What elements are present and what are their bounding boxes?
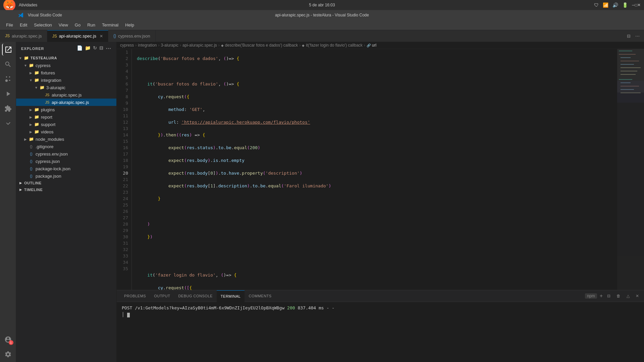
node-modules-folder[interactable]: ▶ 📁 node_modules xyxy=(16,135,116,143)
new-file-button[interactable]: 📄 xyxy=(77,45,83,52)
close-panel-button[interactable]: ✕ xyxy=(634,293,641,299)
tab-api-alurapic[interactable]: JS api-alurapic.spec.js ✕ xyxy=(47,30,108,42)
panel-tabs-right: npm + ⊟ 🗑 △ ✕ xyxy=(585,293,641,299)
maximize-panel-button[interactable]: △ xyxy=(625,293,631,299)
workspace-root[interactable]: ▼ 📁 TESTEALURA xyxy=(16,54,116,62)
timeline-label: TIMELINE xyxy=(24,188,43,192)
terminal-label: npm xyxy=(585,293,597,299)
ln-24: 24 xyxy=(118,195,128,202)
plugins-folder[interactable]: ▶ 📁 plugins xyxy=(16,106,116,113)
kill-terminal-button[interactable]: 🗑 xyxy=(615,293,622,299)
testing-icon[interactable] xyxy=(2,117,14,129)
tab-cypress-env[interactable]: {} cypress.env.json xyxy=(108,30,156,42)
code-line-12: } xyxy=(137,195,617,202)
ln-5: 5 xyxy=(118,74,128,81)
bc-cypress[interactable]: cypress xyxy=(120,43,134,48)
videos-folder[interactable]: ▶ 📁 videos xyxy=(16,128,116,135)
bc-file[interactable]: api-alurapic.spec.js xyxy=(182,43,217,48)
fixtures-arrow: ▶ xyxy=(28,71,34,75)
ln-17: 17 xyxy=(118,151,128,157)
code-content[interactable]: describe('Buscar fotos e dados', ()=> { … xyxy=(132,49,617,290)
run-debug-icon[interactable] xyxy=(2,88,14,100)
menu-file[interactable]: File xyxy=(3,22,16,28)
tab-icon-json: {} xyxy=(113,34,116,38)
panel-tab-debug-console[interactable]: DEBUG CONSOLE xyxy=(174,290,216,302)
bc-integration[interactable]: integration xyxy=(138,43,157,48)
menu-selection[interactable]: Selection xyxy=(31,22,54,28)
more-actions-explorer-button[interactable]: ⋯ xyxy=(106,45,111,52)
activities-label[interactable]: Atividades xyxy=(19,3,37,7)
bc-describe[interactable]: describe('Buscar fotos e dados') callbac… xyxy=(225,43,298,48)
package-lock-item[interactable]: {} package-lock.json xyxy=(16,165,116,172)
menu-help[interactable]: Help xyxy=(122,22,137,28)
maximize-button[interactable]: □ xyxy=(635,3,637,7)
bc-3-alurapic[interactable]: 3-alurapic xyxy=(161,43,178,48)
cypress-env-icon: {} xyxy=(28,152,34,156)
terminal-content[interactable]: POST /v1:GetModels?key=AIzaSyB0ti4mM-6x9… xyxy=(117,302,644,362)
source-control-icon[interactable] xyxy=(2,73,14,85)
titlebar-right: 🛡 📶 🔊 🔋 ─ □ ✕ xyxy=(594,2,641,8)
minimize-button[interactable]: ─ xyxy=(632,3,635,7)
package-json-label: package.json xyxy=(36,174,61,179)
vscode-appname: Visual Studio Code xyxy=(18,12,62,18)
menu-view[interactable]: View xyxy=(56,22,71,28)
api-alurapic-file-item[interactable]: JS api-alurapic.spec.js xyxy=(16,99,116,106)
collapse-all-button[interactable]: ⊟ xyxy=(99,45,104,52)
menu-go[interactable]: Go xyxy=(72,22,83,28)
cypress-folder[interactable]: ▼ 📁 cypress xyxy=(16,62,116,69)
new-folder-button[interactable]: 📁 xyxy=(85,45,91,52)
refresh-button[interactable]: ↻ xyxy=(93,45,97,52)
ln-22: 22 xyxy=(118,183,128,189)
tab-close-button[interactable]: ✕ xyxy=(100,34,103,39)
cypress-env-file-item[interactable]: {} cypress.env.json xyxy=(16,150,116,158)
panel-tab-terminal[interactable]: TERMINAL xyxy=(217,290,245,302)
fixtures-icon: 📁 xyxy=(34,70,40,75)
menu-terminal[interactable]: Terminal xyxy=(99,22,121,28)
plugins-icon: 📁 xyxy=(34,107,40,112)
fixtures-folder[interactable]: ▶ 📁 fixtures xyxy=(16,69,116,76)
ln-12: 12 xyxy=(118,119,128,125)
timeline-section-header[interactable]: ▶ TIMELINE xyxy=(16,186,116,193)
cypress-json-item[interactable]: {} cypress.json xyxy=(16,158,116,165)
code-line-11: expect(res.body[1].description).to.be.eq… xyxy=(137,183,617,189)
close-button[interactable]: ✕ xyxy=(637,3,641,7)
menu-edit[interactable]: Edit xyxy=(17,22,30,28)
explorer-panel: Explorer 📄 📁 ↻ ⊟ ⋯ ▼ 📁 TESTEALURA ▼ 📁 cy… xyxy=(16,42,117,362)
terminal-cursor xyxy=(127,313,130,317)
minimap-preview xyxy=(617,49,644,250)
videos-label: videos xyxy=(41,129,54,134)
firefox-icon[interactable]: 🦊 xyxy=(3,0,15,11)
bc-url[interactable]: url xyxy=(372,43,376,48)
menu-run[interactable]: Run xyxy=(85,22,98,28)
support-folder[interactable]: ▶ 📁 support xyxy=(16,121,116,128)
explorer-icon[interactable] xyxy=(2,44,14,56)
tab-alurapic-label: alurapic.spec.js xyxy=(12,34,42,39)
3-alurapic-folder[interactable]: ▼ 📁 3-alurapic xyxy=(16,84,116,91)
panel-tab-comments[interactable]: COMMENTS xyxy=(245,290,275,302)
panel-tab-output[interactable]: OUTPUT xyxy=(150,290,174,302)
alurapic-file-item[interactable]: JS alurapic.spec.js xyxy=(16,91,116,99)
ln-2: 2 xyxy=(118,55,128,62)
bc-it[interactable]: it('fazer login do flavio') callback xyxy=(306,43,363,48)
ln-30: 30 xyxy=(118,234,128,240)
more-actions-button[interactable]: ⋯ xyxy=(634,33,641,39)
api-alurapic-file-label: api-alurapic.spec.js xyxy=(52,100,89,105)
panel-tab-problems[interactable]: PROBLEMS xyxy=(120,290,150,302)
tab-alurapic[interactable]: JS alurapic.spec.js xyxy=(0,30,47,42)
split-editor-button[interactable]: ⊟ xyxy=(625,33,632,39)
search-icon[interactable] xyxy=(2,58,14,70)
extensions-icon[interactable] xyxy=(2,103,14,115)
report-folder[interactable]: ▶ 📁 report xyxy=(16,113,116,121)
integration-folder[interactable]: ▼ 📁 integration xyxy=(16,76,116,84)
accounts-icon[interactable]: 1 xyxy=(2,334,14,346)
settings-icon[interactable] xyxy=(2,348,14,360)
plugins-arrow: ▶ xyxy=(28,108,34,112)
cypress-folder-icon: 📁 xyxy=(28,63,34,68)
gitignore-file-item[interactable]: {} .gitignore xyxy=(16,143,116,150)
split-terminal-button[interactable]: ⊟ xyxy=(605,293,612,299)
integration-label: integration xyxy=(41,78,61,83)
package-json-item[interactable]: {} package.json xyxy=(16,172,116,180)
new-terminal-button[interactable]: + xyxy=(600,293,603,299)
outline-section-header[interactable]: ▶ OUTLINE xyxy=(16,180,116,186)
plugins-label: plugins xyxy=(41,107,55,112)
